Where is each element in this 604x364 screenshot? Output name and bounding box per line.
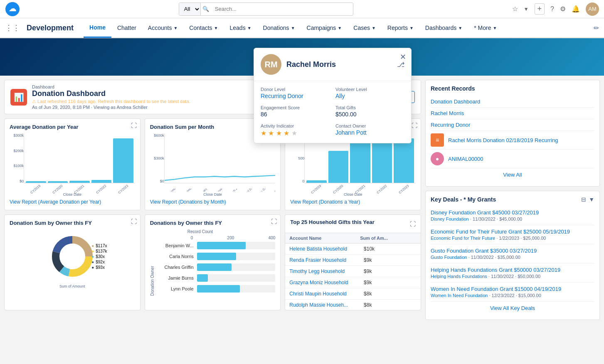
bell-icon[interactable]: 🔔 xyxy=(572,5,580,13)
hbar-row-benjamin: Benjamin W... xyxy=(156,242,276,249)
deal-org[interactable]: Economic Fund for Their Future xyxy=(431,236,495,241)
recent-item-link[interactable]: Rachel Morris Donation 02/18/2019 Recurr… xyxy=(448,137,558,143)
account-name-cell[interactable]: Timothy Legg Household xyxy=(285,266,360,277)
rachel-morris-popup: RM Rachel Morris ⎇ ✕ Donor Level Recurri… xyxy=(254,48,412,143)
dashboard-title-block: Dashboard Donation Dashboard ⚠ Last refr… xyxy=(32,84,190,110)
deal-title[interactable]: Economic Fund for Their Future Grant $25… xyxy=(431,229,594,235)
grid-icon[interactable]: ⋮⋮ xyxy=(5,23,20,32)
svg-text:☁: ☁ xyxy=(9,5,16,13)
settings-icon[interactable]: ⚙ xyxy=(560,5,566,13)
donations-by-owner-title: Donations by Owner this FY xyxy=(150,220,276,226)
amount-cell: $9k xyxy=(360,255,421,266)
deal-org[interactable]: Disney Foundation xyxy=(431,216,469,221)
donations-year-x-label: Close Date xyxy=(290,192,416,197)
table-row: Timothy Legg Household $9k xyxy=(285,266,421,277)
help-icon[interactable]: ? xyxy=(550,5,554,13)
deal-subtitle: Women In Need Foundation · 12/23/2022 · … xyxy=(431,293,594,298)
star-4: ★ xyxy=(284,130,289,137)
pink-icon: ● xyxy=(431,152,444,165)
donations-year-link[interactable]: View Report (Donations a Year) xyxy=(290,199,416,205)
amount-cell: $8k xyxy=(360,288,421,299)
dashboard-icon: 📊 xyxy=(10,89,27,106)
nav-leads[interactable]: Leads ▼ xyxy=(224,18,257,38)
contact-owner-value[interactable]: Johann Pott xyxy=(335,129,404,136)
hbar-y-label: Donation Owner xyxy=(150,242,155,296)
hbar-axis: 0 200 400 xyxy=(150,236,276,240)
deal-org[interactable]: Helping Hands Foundations xyxy=(431,274,487,279)
deal-title[interactable]: Gusto Foundation Grant $35000 03/27/2019 xyxy=(431,248,594,254)
deal-org[interactable]: Women In Need Foundation xyxy=(431,293,488,298)
deal-title[interactable]: Helping Hands Foundations Grant $50000 0… xyxy=(431,267,594,273)
volunteer-level-value[interactable]: Ally xyxy=(335,93,404,99)
nav-edit-icon[interactable]: ✏ xyxy=(594,24,599,32)
deals-dropdown-icon[interactable]: ▼ xyxy=(589,196,594,203)
deals-header: Key Deals - * My Grants ⊟ ▼ xyxy=(431,196,594,203)
top25-col-headers: Account Name Sum of Am... xyxy=(285,233,421,243)
recent-item-link-animal[interactable]: ANIMAL00000 xyxy=(448,156,483,162)
donation-sum-owner-expand[interactable]: ⛶ xyxy=(131,218,137,225)
nav-cases[interactable]: Cases ▼ xyxy=(348,18,382,38)
salesforce-logo[interactable]: ☁ xyxy=(5,2,20,17)
nav-campaigns[interactable]: Campaigns ▼ xyxy=(301,18,348,38)
hbar-row-jamie: Jamie Burns xyxy=(156,274,276,282)
popup-tree-icon[interactable]: ⎇ xyxy=(397,61,404,69)
star-2: ★ xyxy=(268,130,274,137)
deals-controls: ⊟ ▼ xyxy=(581,196,594,203)
engagement-score-field: Engagement Score 86 xyxy=(261,105,330,118)
recent-item-recurring-donor[interactable]: Recurring Donor xyxy=(431,119,594,131)
reports-chevron: ▼ xyxy=(409,26,414,30)
view-all-deals[interactable]: View All Key Deals xyxy=(431,302,594,315)
nav-reports[interactable]: Reports ▼ xyxy=(382,18,419,38)
donation-sum-owner-chart: Donation Sum by Owner this FY ⛶ ● xyxy=(4,214,141,310)
amount-cell: $9k xyxy=(360,266,421,277)
nav-home[interactable]: Home xyxy=(84,18,111,38)
engagement-score-label: Engagement Score xyxy=(261,105,330,110)
recent-item-donation-dashboard[interactable]: Donation Dashboard xyxy=(431,96,594,108)
search-input[interactable] xyxy=(211,6,353,12)
account-name-cell[interactable]: Grazyna Moniz Household xyxy=(285,277,360,288)
donations-by-owner-expand[interactable]: ⛶ xyxy=(271,218,277,225)
nav-accounts[interactable]: Accounts ▼ xyxy=(142,18,184,38)
top25-title: Top 25 Household Gifts this Year xyxy=(290,219,375,225)
account-name-cell[interactable]: Renda Frasier Household xyxy=(285,255,360,266)
hbar-row-charles: Charles Griffin xyxy=(156,263,276,271)
nav-contacts[interactable]: Contacts ▼ xyxy=(183,18,224,38)
view-all-recent[interactable]: View All xyxy=(431,168,594,181)
account-name-cell[interactable]: Rudolph Massie Househ... xyxy=(285,300,360,310)
nav-chatter[interactable]: Chatter xyxy=(111,18,142,38)
popup-close-button[interactable]: ✕ xyxy=(400,52,406,61)
nav-more[interactable]: * More ▼ xyxy=(468,18,503,38)
recent-item-rachel-morris[interactable]: Rachel Morris xyxy=(431,108,594,119)
total-gifts-label: Total Gifts xyxy=(335,105,404,110)
nav-bar: ⋮⋮ Development Home Chatter Accounts ▼ C… xyxy=(0,18,604,38)
avg-donation-link[interactable]: View Report (Average Donation per Year) xyxy=(10,199,135,205)
add-icon[interactable]: + xyxy=(535,3,545,15)
avatar[interactable]: AM xyxy=(586,2,599,16)
account-name-cell[interactable]: Helene Batista Household xyxy=(285,243,360,254)
deal-item-women: Women In Need Foundation Grant $15000 04… xyxy=(431,283,594,302)
table-row: Grazyna Moniz Household $9k xyxy=(285,277,421,288)
search-bar: All 🔍 xyxy=(179,2,353,16)
deal-subtitle: Economic Fund for Their Future · 1/22/20… xyxy=(431,236,594,241)
deal-subtitle: Gusto Foundation · 11/30/2022 · $35,000.… xyxy=(431,255,594,260)
top25-expand[interactable]: ⛶ xyxy=(410,221,416,227)
search-scope-select[interactable]: All xyxy=(179,3,201,15)
nav-dashboards[interactable]: Dashboards ▼ xyxy=(419,18,468,38)
donation-sum-month-link[interactable]: View Report (Donations by Month) xyxy=(150,199,276,205)
deal-title[interactable]: Disney Foundation Grant $45000 03/27/201… xyxy=(431,209,594,216)
deal-title[interactable]: Women In Need Foundation Grant $15000 04… xyxy=(431,286,594,292)
account-name-cell[interactable]: Christi Maupin Household xyxy=(285,288,360,299)
dashboards-chevron: ▼ xyxy=(458,26,462,30)
deal-org[interactable]: Gusto Foundation xyxy=(431,255,467,260)
donations-year-expand[interactable]: ⛶ xyxy=(412,122,417,129)
star-1: ★ xyxy=(261,130,266,137)
avg-donation-title: Average Donation per Year xyxy=(10,124,135,130)
deal-item-helping-hands: Helping Hands Foundations Grant $50000 0… xyxy=(431,263,594,283)
avg-donation-expand[interactable]: ⛶ xyxy=(131,122,137,129)
deals-filter-icon[interactable]: ⊟ xyxy=(581,196,586,203)
key-deals-title: Key Deals - * My Grants xyxy=(431,196,496,203)
dropdown-icon[interactable]: ▼ xyxy=(524,6,529,12)
favorite-icon[interactable]: ☆ xyxy=(512,5,518,13)
nav-donations[interactable]: Donations ▼ xyxy=(257,18,301,38)
donor-level-value[interactable]: Recurring Donor xyxy=(261,93,330,99)
